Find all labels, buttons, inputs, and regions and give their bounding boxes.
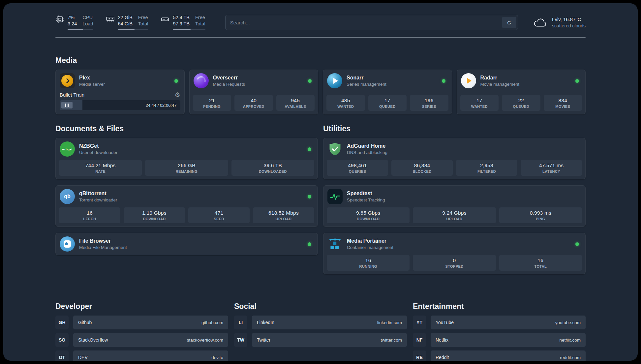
disk-free-label: Free: [195, 15, 205, 21]
stat-tile: 47.571 ms LATENCY: [521, 160, 582, 176]
stat-tile: 196 SERIES: [410, 95, 448, 111]
stat-tile: 21 PENDING: [193, 95, 231, 111]
bookmark-reddit[interactable]: RE Reddit reddit.com: [413, 350, 586, 361]
app-name: Sonarr: [347, 75, 386, 81]
section-documents: Documents & Files nzbget NZBGet Usenet d…: [55, 124, 318, 280]
app-desc: Series management: [347, 81, 386, 87]
cpu-widget: 7% 3.24 CPU Load: [55, 15, 93, 30]
portainer-crane-icon: [327, 236, 343, 252]
stat-tile: 0.993 ms PING: [499, 207, 582, 223]
app-desc: Movie management: [480, 81, 520, 87]
playback-progress-bar[interactable]: 24:44 / 02:06:47: [60, 100, 180, 110]
section-title-social: Social: [234, 302, 407, 311]
bookmark-abbr: NF: [413, 333, 426, 347]
disk-total-label: Total: [195, 21, 205, 27]
disk-widget: 52.4 TB 97.9 TB Free Total: [161, 15, 205, 30]
stat-tile: 0 STOPPED: [413, 255, 496, 271]
app-desc: Usenet downloader: [79, 150, 117, 156]
app-desc: Container management: [347, 245, 393, 251]
weather-condition: scattered clouds: [552, 23, 586, 29]
bookmark-link[interactable]: Github github.com: [73, 316, 228, 329]
radarr-icon: [461, 73, 476, 88]
disk-icon: [161, 15, 169, 24]
bookmark-link[interactable]: DEV dev.to: [73, 350, 228, 361]
app-card-qbittorrent[interactable]: qb qBittorrent Torrent downloader 16 LEE…: [55, 185, 318, 227]
stat-tile: 22 QUEUED: [502, 95, 540, 111]
cpu-label: CPU: [82, 15, 93, 21]
disk-progress-bar: [173, 29, 205, 30]
app-card-adguard[interactable]: AdGuard Home DNS and adblocking 498,461 …: [323, 138, 586, 179]
search-provider-button[interactable]: G: [502, 17, 516, 28]
weather-widget: Lviv, 16.87°C scattered clouds: [533, 16, 586, 29]
bookmark-abbr: SO: [55, 333, 69, 347]
bookmark-abbr: RE: [413, 350, 426, 361]
stat-tile: 834 MOVIES: [544, 95, 582, 111]
stat-tile: 9.65 Gbps DOWNLOAD: [327, 207, 410, 223]
app-name: File Browser: [79, 238, 127, 244]
app-name: Speedtest: [347, 190, 385, 197]
plex-now-playing: Bullet Train ⚙ 24:44 / 02:06:47: [56, 92, 184, 114]
app-card-radarr[interactable]: Radarr Movie management 17 WANTED 22 QUE…: [457, 70, 586, 114]
bookmark-abbr: YT: [413, 316, 426, 329]
bookmark-abbr: LI: [234, 316, 247, 329]
adguard-shield-icon: [327, 141, 343, 157]
now-playing-title: Bullet Train: [60, 92, 84, 98]
dashboard-root: 7% 3.24 CPU Load: [3, 3, 638, 361]
bookmark-link[interactable]: Twitter twitter.com: [252, 333, 407, 347]
playback-time: 24:44 / 02:06:47: [146, 103, 180, 108]
weather-location: Lviv, 16.87°C: [552, 16, 586, 23]
bookmark-link[interactable]: Reddit reddit.com: [431, 350, 586, 361]
bookmark-dev[interactable]: DT DEV dev.to: [55, 350, 228, 361]
qbittorrent-icon: qb: [60, 189, 75, 204]
stat-tile: 16 TOTAL: [499, 255, 582, 271]
app-card-plex[interactable]: Plex Media server Bullet Train ⚙: [55, 70, 185, 114]
disk-total-value: 97.9 TB: [173, 21, 190, 27]
disk-progress-fill: [173, 29, 191, 30]
app-desc: Media server: [79, 81, 105, 87]
bookmark-abbr: TW: [234, 333, 247, 347]
bookmark-twitter[interactable]: TW Twitter twitter.com: [234, 333, 407, 347]
stat-tile: 471 SEED: [188, 207, 250, 223]
app-name: Radarr: [480, 75, 520, 81]
gear-icon[interactable]: ⚙: [174, 92, 180, 98]
stat-tile: 1.19 Gbps DOWNLOAD: [124, 207, 185, 223]
overseerr-icon: [194, 73, 209, 88]
app-card-filebrowser[interactable]: File Browser Media File Management: [55, 233, 318, 255]
app-card-nzbget[interactable]: nzbget NZBGet Usenet downloader 744.21 M…: [55, 138, 318, 179]
topbar: 7% 3.24 CPU Load: [55, 3, 586, 30]
cpu-icon: [55, 15, 64, 24]
bookmark-link[interactable]: Netflix netflix.com: [431, 333, 586, 347]
app-name: NZBGet: [79, 143, 117, 149]
bookmark-github[interactable]: GH Github github.com: [55, 316, 228, 329]
bookmark-abbr: DT: [55, 350, 69, 361]
cpu-load-label: Load: [82, 21, 93, 27]
bookmark-link[interactable]: LinkedIn linkedin.com: [252, 316, 407, 329]
app-card-overseerr[interactable]: Overseerr Media Requests 21 PENDING 40 A…: [189, 70, 319, 114]
bookmark-youtube[interactable]: YT YouTube youtube.com: [413, 316, 586, 329]
bookmark-netflix[interactable]: NF Netflix netflix.com: [413, 333, 586, 347]
plex-icon: [60, 73, 75, 88]
stat-tile: 40 APPROVED: [234, 95, 273, 111]
app-desc: Media File Management: [79, 245, 127, 251]
pause-button[interactable]: [61, 102, 73, 108]
stat-tile: 618.52 Mbps UPLOAD: [253, 207, 314, 223]
bookmark-link[interactable]: StackOverflow stackoverflow.com: [73, 333, 228, 347]
bookmark-link[interactable]: YouTube youtube.com: [431, 316, 586, 329]
cpu-progress-bar: [68, 29, 93, 30]
stat-tile: 16 RUNNING: [327, 255, 410, 271]
section-title-media: Media: [55, 56, 586, 65]
bookmark-stackoverflow[interactable]: SO StackOverflow stackoverflow.com: [55, 333, 228, 347]
ram-progress-fill: [118, 29, 135, 30]
search-bar: G: [225, 15, 518, 30]
app-desc: Torrent downloader: [79, 197, 117, 203]
app-card-portainer[interactable]: Media Portainer Container management 16 …: [323, 233, 586, 274]
bookmark-linkedin[interactable]: LI LinkedIn linkedin.com: [234, 316, 407, 329]
stat-tile: 86,384 BLOCKED: [391, 160, 453, 176]
app-card-speedtest[interactable]: Speedtest Speedtest Tracking 9.65 Gbps D…: [323, 185, 586, 227]
ram-icon: [106, 15, 115, 24]
disk-free-value: 52.4 TB: [173, 15, 190, 21]
search-input[interactable]: [226, 20, 502, 25]
app-card-sonarr[interactable]: Sonarr Series management 485 WANTED 17 Q…: [323, 70, 452, 114]
app-desc: DNS and adblocking: [347, 150, 387, 156]
cpu-load-value: 3.24: [68, 21, 77, 27]
